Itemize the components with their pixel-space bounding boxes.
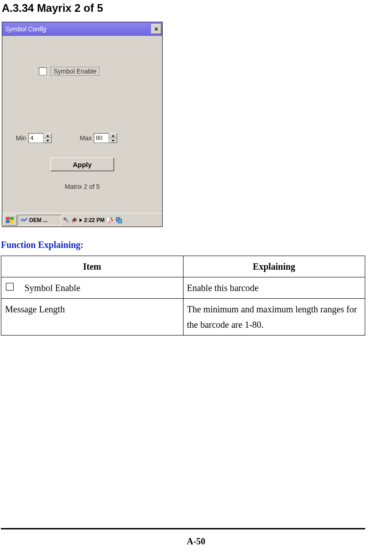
symbol-enable-label: Symbol Enable xyxy=(50,67,99,76)
max-input[interactable]: 80 xyxy=(94,133,109,143)
min-input[interactable]: 4 xyxy=(28,133,44,143)
tray-plane-icon[interactable] xyxy=(71,217,78,223)
table-row: Symbol Enable Enable this barcode xyxy=(1,277,365,299)
svg-line-3 xyxy=(65,219,67,221)
svg-marker-0 xyxy=(21,217,27,222)
config-caption: Matrix 2 of 5 xyxy=(2,183,162,190)
min-spin-up[interactable] xyxy=(44,133,52,138)
min-max-row: Min 4 Max 80 xyxy=(16,133,117,143)
table-cell-item: Symbol Enable xyxy=(25,280,80,296)
svg-line-7 xyxy=(111,217,113,221)
table-header-item: Item xyxy=(1,256,184,277)
svg-text:23: 23 xyxy=(108,221,111,223)
close-icon: × xyxy=(154,25,158,33)
start-button[interactable] xyxy=(3,215,17,226)
window-title: Symbol Config xyxy=(5,25,46,33)
titlebar: Symbol Config × xyxy=(2,22,162,36)
tray-windows-icon[interactable] xyxy=(115,217,123,224)
table-cell-item: Message Length xyxy=(1,299,184,336)
min-label: Min xyxy=(16,134,26,142)
max-spin-down[interactable] xyxy=(109,138,117,143)
explain-table: Item Explaining Symbol Enable Enable thi… xyxy=(1,256,365,336)
min-spinner: 4 xyxy=(28,133,52,143)
symbol-enable-checkbox[interactable] xyxy=(39,67,47,75)
taskbar-time: 2:22 PM xyxy=(84,217,104,223)
chevron-up-icon xyxy=(46,135,49,137)
symbol-config-window: Symbol Config × Symbol Enable Min 4 xyxy=(2,22,163,227)
svg-rect-10 xyxy=(118,219,122,223)
max-spinner: 80 xyxy=(94,133,117,143)
table-cell-explaining: The minimum and maximum length ranges fo… xyxy=(183,299,365,336)
close-button[interactable]: × xyxy=(151,24,161,34)
tray-expand-icon[interactable] xyxy=(79,218,82,222)
max-spin-up[interactable] xyxy=(109,133,117,138)
tray-pencil-icon[interactable]: 23 xyxy=(106,217,114,224)
function-explaining-heading: Function Explaining: xyxy=(1,240,392,250)
symbol-enable-row: Symbol Enable xyxy=(39,67,99,76)
section-title: A.3.34 Mayrix 2 of 5 xyxy=(0,0,392,15)
taskbar-task-label: OEM ... xyxy=(29,217,48,223)
taskbar-tray: 2:22 PM 23 xyxy=(63,217,123,224)
table-header-explaining: Explaining xyxy=(183,256,365,277)
min-spin-down[interactable] xyxy=(44,138,52,143)
table-row: Message Length The minimum and maximum l… xyxy=(1,299,365,336)
footer-rule xyxy=(1,528,365,529)
taskbar: OEM ... 2:22 PM 23 xyxy=(2,213,162,227)
chevron-down-icon xyxy=(112,140,114,142)
tray-connection-icon[interactable] xyxy=(63,217,69,223)
taskbar-task-oem[interactable]: OEM ... xyxy=(18,215,61,226)
client-area: Symbol Enable Min 4 Max 80 xyxy=(2,36,162,213)
apply-button-label: Apply xyxy=(73,161,92,168)
apply-button[interactable]: Apply xyxy=(50,158,114,171)
max-label: Max xyxy=(80,134,92,142)
chevron-down-icon xyxy=(46,140,49,142)
table-cell-explaining: Enable this barcode xyxy=(183,277,365,299)
windows-icon xyxy=(6,217,14,223)
page-number: A-50 xyxy=(0,536,392,547)
task-icon xyxy=(21,217,27,223)
table-checkbox-icon xyxy=(6,283,14,291)
chevron-up-icon xyxy=(112,135,114,137)
